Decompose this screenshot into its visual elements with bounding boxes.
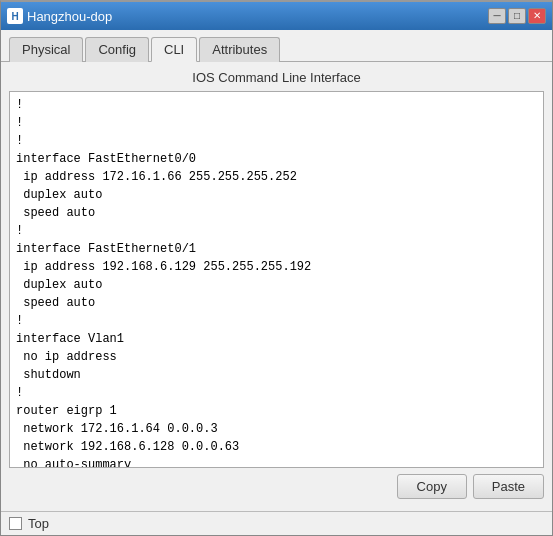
section-title: IOS Command Line Interface — [9, 70, 544, 85]
app-icon: H — [7, 8, 23, 24]
button-row: Copy Paste — [9, 468, 544, 503]
close-button[interactable]: ✕ — [528, 8, 546, 24]
tab-cli[interactable]: CLI — [151, 37, 197, 62]
copy-button[interactable]: Copy — [397, 474, 467, 499]
window-title: Hangzhou-dop — [27, 9, 112, 24]
titlebar: H Hangzhou-dop ─ □ ✕ — [1, 2, 552, 30]
bottom-bar: Top — [1, 511, 552, 535]
main-window: H Hangzhou-dop ─ □ ✕ Physical Config CLI… — [0, 0, 553, 536]
minimize-button[interactable]: ─ — [488, 8, 506, 24]
maximize-button[interactable]: □ — [508, 8, 526, 24]
paste-button[interactable]: Paste — [473, 474, 544, 499]
top-label: Top — [28, 516, 49, 531]
titlebar-left: H Hangzhou-dop — [7, 8, 112, 24]
content-area: IOS Command Line Interface ! ! ! interfa… — [1, 62, 552, 511]
cli-output: ! ! ! interface FastEthernet0/0 ip addre… — [16, 96, 537, 468]
tab-config[interactable]: Config — [85, 37, 149, 62]
top-checkbox[interactable] — [9, 517, 22, 530]
titlebar-controls: ─ □ ✕ — [488, 8, 546, 24]
tab-bar: Physical Config CLI Attributes — [1, 30, 552, 62]
tab-physical[interactable]: Physical — [9, 37, 83, 62]
cli-output-container[interactable]: ! ! ! interface FastEthernet0/0 ip addre… — [9, 91, 544, 468]
tab-attributes[interactable]: Attributes — [199, 37, 280, 62]
